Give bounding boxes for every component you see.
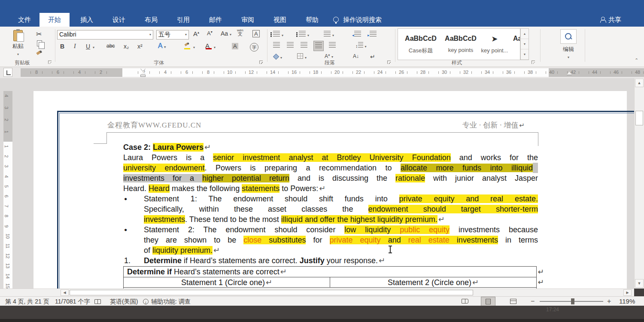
enclose-characters-button[interactable]: 字 — [250, 43, 258, 52]
collapse-ribbon-chevron[interactable]: ⌃ — [635, 58, 638, 63]
increase-indent-button[interactable]: ▸ — [368, 31, 377, 38]
vertical-ruler[interactable]: 4321123456789101112131415 — [3, 91, 12, 289]
styles-dialog-launcher[interactable] — [532, 61, 535, 64]
hanging-indent-marker[interactable] — [140, 72, 146, 75]
editing-button[interactable]: 编辑▾ — [558, 29, 579, 62]
italic-button[interactable]: I — [74, 43, 76, 50]
phonetic-guide-button[interactable]: wén文 — [237, 28, 243, 36]
align-right-button[interactable] — [301, 42, 307, 49]
sort-button[interactable]: A↓ — [353, 53, 359, 59]
gallery-expand-arrow[interactable]: ▼ — [521, 49, 529, 60]
bullets-button[interactable]: ▾ — [273, 31, 283, 38]
distribute-button[interactable] — [329, 42, 336, 49]
shading-button[interactable]: ▾ — [273, 53, 282, 60]
tab-home[interactable]: 开始 — [39, 13, 70, 27]
style-key-points[interactable]: AaBbCcDkey points — [444, 29, 478, 60]
zoom-slider-thumb[interactable] — [571, 298, 574, 304]
scroll-up-arrow[interactable]: ▲ — [635, 79, 644, 87]
vertical-scrollbar[interactable]: ▲ ▼ — [634, 78, 644, 289]
zoom-in-button[interactable]: + — [607, 297, 611, 306]
tab-mailings[interactable]: 邮件 — [200, 13, 231, 27]
font-color-button[interactable]: A — [205, 42, 212, 49]
line-spacing-button[interactable]: ↕ ▾ — [355, 42, 366, 49]
shrink-font-button[interactable]: A▾ — [207, 30, 213, 36]
tell-me-search[interactable]: 操作说明搜索 — [333, 13, 382, 27]
character-shading-button[interactable]: A — [232, 43, 238, 49]
font-color-arrow[interactable]: ▾ — [214, 46, 216, 49]
align-left-button[interactable] — [273, 42, 280, 49]
justify-button[interactable] — [313, 41, 324, 51]
table-cell-statement1[interactable]: Statement 1 (Circle one)↵ — [124, 277, 330, 287]
page[interactable]: 金程教育WWW.GFEDU.CN 专业 · 创新 · 增值↵ Case 2: L… — [33, 91, 627, 289]
language-indicator[interactable]: 英语(美国) — [110, 297, 138, 306]
style-next[interactable]: AaB — [511, 29, 520, 60]
horizontal-scroll-thumb[interactable] — [70, 290, 473, 295]
horizontal-ruler[interactable]: 8642246810121416182022242628303234363840… — [21, 68, 644, 77]
tab-layout[interactable]: 布局 — [136, 13, 166, 27]
strikethrough-button[interactable]: abc — [106, 43, 115, 49]
gallery-down-arrow[interactable]: ▼ — [521, 39, 529, 49]
tab-file[interactable]: 文件 — [9, 13, 39, 27]
style-case-title[interactable]: AaBbCcDCase标题 — [398, 29, 444, 60]
asian-layout-button[interactable]: A* ▾ — [325, 53, 333, 59]
highlight-arrow[interactable]: ▾ — [193, 46, 195, 49]
copy-button[interactable] — [37, 40, 42, 48]
show-marks-button[interactable]: ↵ — [370, 53, 375, 60]
paragraph-dialog-launcher[interactable] — [387, 61, 391, 64]
underline-button[interactable]: U — [86, 43, 90, 50]
borders-button[interactable]: ▾ — [297, 53, 307, 60]
tab-view[interactable]: 视图 — [265, 13, 295, 27]
horizontal-scrollbar[interactable]: ◀ ▶ — [0, 289, 634, 296]
gallery-up-arrow[interactable]: ▲ — [521, 29, 529, 39]
numbering-button[interactable]: ▾ — [299, 31, 309, 38]
superscript-button[interactable]: x² — [137, 43, 143, 50]
scroll-right-arrow[interactable]: ▶ — [623, 289, 632, 296]
style-key-point-2[interactable]: ➤key point... — [478, 29, 511, 60]
page-indicator[interactable]: 第 4 页, 共 21 页 — [5, 297, 49, 306]
tab-review[interactable]: 审阅 — [233, 13, 263, 27]
read-mode-button[interactable] — [458, 297, 472, 306]
tab-selector[interactable] — [3, 68, 12, 77]
vertical-scroll-thumb[interactable] — [635, 111, 643, 125]
tab-design[interactable]: 设计 — [104, 13, 134, 27]
styles-gallery-scroll[interactable]: ▲ ▼ ▼ — [520, 28, 529, 60]
font-size-combo[interactable]: 五号▾ — [156, 30, 189, 39]
table-cell-statement2[interactable]: Statement 2 (Circle one)↵ — [330, 277, 536, 287]
highlight-color-button[interactable] — [184, 42, 191, 49]
clipboard-dialog-launcher[interactable] — [48, 61, 52, 64]
align-center-button[interactable] — [287, 42, 294, 49]
left-indent-marker[interactable] — [140, 75, 146, 77]
scroll-down-arrow[interactable]: ▼ — [635, 279, 644, 288]
zoom-percentage[interactable]: 119% — [619, 297, 635, 306]
font-dialog-launcher[interactable] — [259, 61, 263, 64]
font-family-combo[interactable]: Calibri▾ — [57, 30, 153, 39]
first-line-indent-marker[interactable] — [140, 68, 146, 71]
scroll-left-arrow[interactable]: ◀ — [61, 289, 69, 296]
print-layout-button[interactable] — [481, 297, 495, 306]
format-painter-button[interactable] — [36, 51, 42, 58]
multilevel-list-button[interactable]: ▾ — [324, 31, 334, 38]
table-row[interactable]: Statement 1 (Circle one)↵ Statement 2 (C… — [124, 277, 536, 288]
cut-button[interactable]: ✂ — [36, 30, 42, 38]
change-case-button[interactable]: Aa ▾ — [221, 30, 231, 37]
tab-help[interactable]: 帮助 — [297, 13, 327, 27]
document-canvas[interactable]: 金程教育WWW.GFEDU.CN 专业 · 创新 · 增值↵ Case 2: L… — [0, 78, 634, 289]
paste-button[interactable]: 粘贴▾ — [7, 29, 29, 61]
underline-arrow[interactable]: ▾ — [93, 46, 94, 49]
subscript-button[interactable]: x₂ — [124, 43, 129, 50]
proofing-icon[interactable] — [94, 297, 101, 306]
web-layout-button[interactable] — [506, 297, 520, 306]
tab-references[interactable]: 引用 — [168, 13, 198, 27]
zoom-out-button[interactable]: − — [531, 297, 535, 306]
right-indent-marker[interactable] — [567, 72, 572, 75]
table-row[interactable]: Determine if Heard’s statements are corr… — [124, 267, 536, 277]
word-count[interactable]: 11/7081 个字 — [55, 297, 90, 306]
bold-button[interactable]: B — [60, 43, 64, 50]
text-effects-button[interactable]: A ▾ — [158, 42, 166, 50]
decrease-indent-button[interactable]: ◂ — [352, 31, 361, 38]
grow-font-button[interactable]: A▴ — [193, 30, 199, 37]
tab-insert[interactable]: 插入 — [72, 13, 102, 27]
accessibility-status[interactable]: 辅助功能: 调查 — [151, 297, 191, 306]
share-button[interactable]: 共享 — [600, 13, 621, 27]
character-border-button[interactable]: A — [252, 30, 260, 37]
